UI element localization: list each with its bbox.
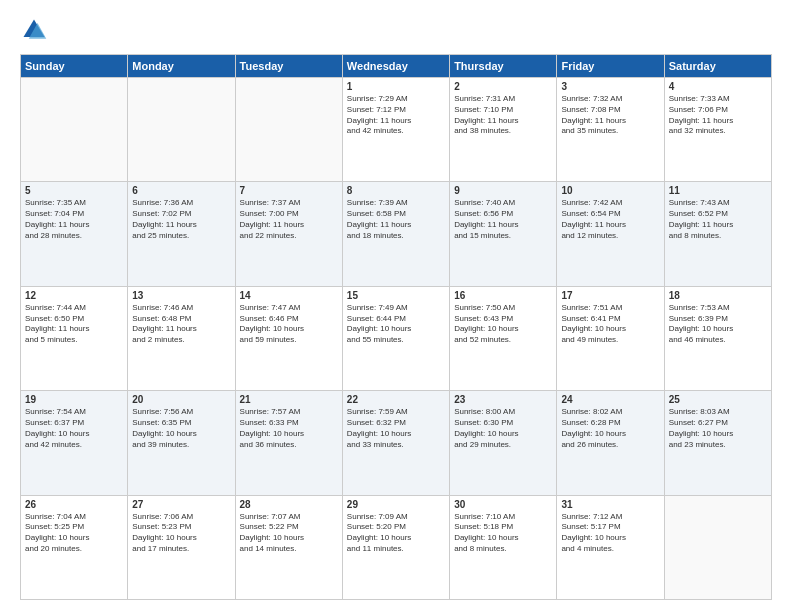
cell-info: Sunrise: 7:12 AMSunset: 5:17 PMDaylight:…: [561, 512, 659, 555]
day-number: 23: [454, 394, 552, 405]
day-number: 4: [669, 81, 767, 92]
weekday-header-friday: Friday: [557, 55, 664, 78]
weekday-header-saturday: Saturday: [664, 55, 771, 78]
calendar-cell: 18Sunrise: 7:53 AMSunset: 6:39 PMDayligh…: [664, 286, 771, 390]
day-number: 30: [454, 499, 552, 510]
cell-info: Sunrise: 8:03 AMSunset: 6:27 PMDaylight:…: [669, 407, 767, 450]
day-number: 24: [561, 394, 659, 405]
weekday-header-row: SundayMondayTuesdayWednesdayThursdayFrid…: [21, 55, 772, 78]
cell-info: Sunrise: 7:39 AMSunset: 6:58 PMDaylight:…: [347, 198, 445, 241]
calendar-cell: 6Sunrise: 7:36 AMSunset: 7:02 PMDaylight…: [128, 182, 235, 286]
day-number: 7: [240, 185, 338, 196]
calendar-cell: 7Sunrise: 7:37 AMSunset: 7:00 PMDaylight…: [235, 182, 342, 286]
logo: [20, 16, 52, 44]
calendar-cell: 28Sunrise: 7:07 AMSunset: 5:22 PMDayligh…: [235, 495, 342, 599]
calendar-week-row: 1Sunrise: 7:29 AMSunset: 7:12 PMDaylight…: [21, 78, 772, 182]
day-number: 9: [454, 185, 552, 196]
calendar-cell: 8Sunrise: 7:39 AMSunset: 6:58 PMDaylight…: [342, 182, 449, 286]
day-number: 12: [25, 290, 123, 301]
cell-info: Sunrise: 8:00 AMSunset: 6:30 PMDaylight:…: [454, 407, 552, 450]
header: [20, 16, 772, 44]
day-number: 2: [454, 81, 552, 92]
calendar-week-row: 19Sunrise: 7:54 AMSunset: 6:37 PMDayligh…: [21, 391, 772, 495]
cell-info: Sunrise: 7:33 AMSunset: 7:06 PMDaylight:…: [669, 94, 767, 137]
cell-info: Sunrise: 7:51 AMSunset: 6:41 PMDaylight:…: [561, 303, 659, 346]
calendar-cell: [664, 495, 771, 599]
cell-info: Sunrise: 7:29 AMSunset: 7:12 PMDaylight:…: [347, 94, 445, 137]
calendar-cell: 16Sunrise: 7:50 AMSunset: 6:43 PMDayligh…: [450, 286, 557, 390]
cell-info: Sunrise: 7:10 AMSunset: 5:18 PMDaylight:…: [454, 512, 552, 555]
logo-icon: [20, 16, 48, 44]
day-number: 8: [347, 185, 445, 196]
cell-info: Sunrise: 7:35 AMSunset: 7:04 PMDaylight:…: [25, 198, 123, 241]
day-number: 26: [25, 499, 123, 510]
day-number: 31: [561, 499, 659, 510]
cell-info: Sunrise: 7:49 AMSunset: 6:44 PMDaylight:…: [347, 303, 445, 346]
cell-info: Sunrise: 7:57 AMSunset: 6:33 PMDaylight:…: [240, 407, 338, 450]
day-number: 29: [347, 499, 445, 510]
cell-info: Sunrise: 7:07 AMSunset: 5:22 PMDaylight:…: [240, 512, 338, 555]
cell-info: Sunrise: 7:09 AMSunset: 5:20 PMDaylight:…: [347, 512, 445, 555]
calendar-cell: 23Sunrise: 8:00 AMSunset: 6:30 PMDayligh…: [450, 391, 557, 495]
calendar-cell: 13Sunrise: 7:46 AMSunset: 6:48 PMDayligh…: [128, 286, 235, 390]
calendar-cell: 17Sunrise: 7:51 AMSunset: 6:41 PMDayligh…: [557, 286, 664, 390]
cell-info: Sunrise: 8:02 AMSunset: 6:28 PMDaylight:…: [561, 407, 659, 450]
cell-info: Sunrise: 7:32 AMSunset: 7:08 PMDaylight:…: [561, 94, 659, 137]
day-number: 19: [25, 394, 123, 405]
calendar-cell: 27Sunrise: 7:06 AMSunset: 5:23 PMDayligh…: [128, 495, 235, 599]
cell-info: Sunrise: 7:43 AMSunset: 6:52 PMDaylight:…: [669, 198, 767, 241]
calendar-cell: 3Sunrise: 7:32 AMSunset: 7:08 PMDaylight…: [557, 78, 664, 182]
day-number: 17: [561, 290, 659, 301]
calendar-cell: 2Sunrise: 7:31 AMSunset: 7:10 PMDaylight…: [450, 78, 557, 182]
calendar-cell: 29Sunrise: 7:09 AMSunset: 5:20 PMDayligh…: [342, 495, 449, 599]
day-number: 6: [132, 185, 230, 196]
day-number: 14: [240, 290, 338, 301]
weekday-header-monday: Monday: [128, 55, 235, 78]
calendar-cell: 30Sunrise: 7:10 AMSunset: 5:18 PMDayligh…: [450, 495, 557, 599]
calendar-cell: [128, 78, 235, 182]
cell-info: Sunrise: 7:37 AMSunset: 7:00 PMDaylight:…: [240, 198, 338, 241]
calendar-cell: 11Sunrise: 7:43 AMSunset: 6:52 PMDayligh…: [664, 182, 771, 286]
calendar-cell: 15Sunrise: 7:49 AMSunset: 6:44 PMDayligh…: [342, 286, 449, 390]
weekday-header-wednesday: Wednesday: [342, 55, 449, 78]
day-number: 27: [132, 499, 230, 510]
cell-info: Sunrise: 7:59 AMSunset: 6:32 PMDaylight:…: [347, 407, 445, 450]
page: SundayMondayTuesdayWednesdayThursdayFrid…: [0, 0, 792, 612]
cell-info: Sunrise: 7:44 AMSunset: 6:50 PMDaylight:…: [25, 303, 123, 346]
calendar-cell: 12Sunrise: 7:44 AMSunset: 6:50 PMDayligh…: [21, 286, 128, 390]
day-number: 10: [561, 185, 659, 196]
calendar-cell: 4Sunrise: 7:33 AMSunset: 7:06 PMDaylight…: [664, 78, 771, 182]
cell-info: Sunrise: 7:50 AMSunset: 6:43 PMDaylight:…: [454, 303, 552, 346]
cell-info: Sunrise: 7:56 AMSunset: 6:35 PMDaylight:…: [132, 407, 230, 450]
calendar-cell: [235, 78, 342, 182]
day-number: 18: [669, 290, 767, 301]
calendar-week-row: 26Sunrise: 7:04 AMSunset: 5:25 PMDayligh…: [21, 495, 772, 599]
day-number: 28: [240, 499, 338, 510]
cell-info: Sunrise: 7:47 AMSunset: 6:46 PMDaylight:…: [240, 303, 338, 346]
calendar-week-row: 12Sunrise: 7:44 AMSunset: 6:50 PMDayligh…: [21, 286, 772, 390]
cell-info: Sunrise: 7:42 AMSunset: 6:54 PMDaylight:…: [561, 198, 659, 241]
cell-info: Sunrise: 7:06 AMSunset: 5:23 PMDaylight:…: [132, 512, 230, 555]
day-number: 11: [669, 185, 767, 196]
calendar-cell: 31Sunrise: 7:12 AMSunset: 5:17 PMDayligh…: [557, 495, 664, 599]
cell-info: Sunrise: 7:46 AMSunset: 6:48 PMDaylight:…: [132, 303, 230, 346]
calendar-cell: 22Sunrise: 7:59 AMSunset: 6:32 PMDayligh…: [342, 391, 449, 495]
day-number: 1: [347, 81, 445, 92]
calendar-cell: 21Sunrise: 7:57 AMSunset: 6:33 PMDayligh…: [235, 391, 342, 495]
calendar-cell: 24Sunrise: 8:02 AMSunset: 6:28 PMDayligh…: [557, 391, 664, 495]
calendar-week-row: 5Sunrise: 7:35 AMSunset: 7:04 PMDaylight…: [21, 182, 772, 286]
calendar-cell: 20Sunrise: 7:56 AMSunset: 6:35 PMDayligh…: [128, 391, 235, 495]
day-number: 5: [25, 185, 123, 196]
calendar-cell: [21, 78, 128, 182]
day-number: 20: [132, 394, 230, 405]
day-number: 21: [240, 394, 338, 405]
day-number: 16: [454, 290, 552, 301]
calendar-table: SundayMondayTuesdayWednesdayThursdayFrid…: [20, 54, 772, 600]
day-number: 3: [561, 81, 659, 92]
calendar-cell: 19Sunrise: 7:54 AMSunset: 6:37 PMDayligh…: [21, 391, 128, 495]
weekday-header-tuesday: Tuesday: [235, 55, 342, 78]
weekday-header-thursday: Thursday: [450, 55, 557, 78]
cell-info: Sunrise: 7:54 AMSunset: 6:37 PMDaylight:…: [25, 407, 123, 450]
calendar-cell: 10Sunrise: 7:42 AMSunset: 6:54 PMDayligh…: [557, 182, 664, 286]
cell-info: Sunrise: 7:36 AMSunset: 7:02 PMDaylight:…: [132, 198, 230, 241]
